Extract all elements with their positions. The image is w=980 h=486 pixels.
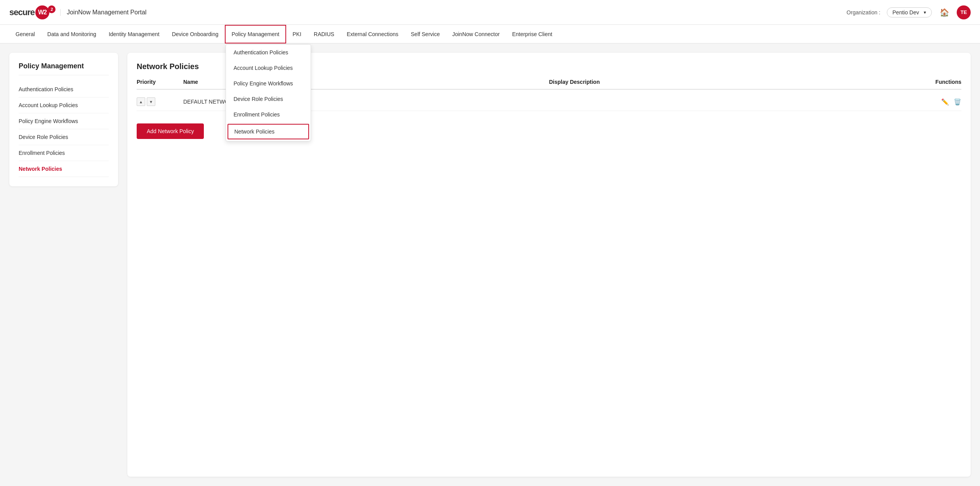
logo-number-badge: 2 bbox=[48, 5, 56, 13]
nav-item-pki[interactable]: PKI bbox=[286, 25, 308, 43]
dropdown-item-authentication-policies[interactable]: Authentication Policies bbox=[226, 45, 311, 60]
sidebar-item-account-lookup-policies[interactable]: Account Lookup Policies bbox=[19, 97, 109, 113]
sidebar: Policy Management Authentication Policie… bbox=[9, 53, 118, 186]
dropdown-item-network-policies[interactable]: Network Policies bbox=[228, 124, 309, 139]
delete-icon[interactable]: 🗑️ bbox=[954, 98, 961, 106]
logo: secure W2 2 bbox=[9, 5, 56, 19]
user-avatar[interactable]: TE bbox=[957, 5, 971, 19]
priority-up-button[interactable]: ▲ bbox=[137, 97, 145, 106]
sidebar-item-enrollment-policies[interactable]: Enrollment Policies bbox=[19, 145, 109, 161]
chevron-down-icon: ▾ bbox=[924, 10, 926, 15]
content-area: Policy Management Authentication Policie… bbox=[0, 43, 980, 486]
logo-secure-text: secure bbox=[9, 7, 35, 17]
sidebar-item-network-policies[interactable]: Network Policies bbox=[19, 161, 109, 177]
header: secure W2 2 JoinNow Management Portal Or… bbox=[0, 0, 980, 25]
nav-item-self-service[interactable]: Self Service bbox=[405, 25, 446, 43]
home-icon[interactable]: 🏠 bbox=[938, 6, 950, 19]
dropdown-item-enrollment-policies[interactable]: Enrollment Policies bbox=[226, 107, 311, 122]
col-priority: Priority bbox=[137, 79, 183, 85]
logo-w2-badge: W2 bbox=[35, 5, 49, 19]
dropdown-item-account-lookup-policies[interactable]: Account Lookup Policies bbox=[226, 60, 311, 76]
functions-cell: ✏️ 🗑️ bbox=[915, 98, 961, 106]
nav-item-general[interactable]: General bbox=[9, 25, 41, 43]
dropdown-item-policy-engine-workflows[interactable]: Policy Engine Workflows bbox=[226, 76, 311, 91]
org-selector[interactable]: Pentio Dev ▾ bbox=[887, 7, 932, 17]
policy-management-dropdown: Authentication Policies Account Lookup P… bbox=[226, 44, 311, 141]
org-name: Pentio Dev bbox=[893, 9, 919, 16]
col-display-description: Display Description bbox=[549, 79, 915, 85]
nav-bar: General Data and Monitoring Identity Man… bbox=[0, 25, 980, 43]
nav-item-enterprise-client[interactable]: Enterprise Client bbox=[506, 25, 559, 43]
nav-item-policy-management[interactable]: Policy Management Authentication Policie… bbox=[225, 25, 287, 43]
logo-area: secure W2 2 JoinNow Management Portal bbox=[9, 5, 146, 19]
sidebar-title: Policy Management bbox=[19, 62, 109, 75]
nav-item-external-connections[interactable]: External Connections bbox=[341, 25, 405, 43]
portal-title: JoinNow Management Portal bbox=[60, 9, 146, 16]
sidebar-item-device-role-policies[interactable]: Device Role Policies bbox=[19, 129, 109, 145]
nav-item-identity-management[interactable]: Identity Management bbox=[103, 25, 166, 43]
nav-item-joinnow-connector[interactable]: JoinNow Connector bbox=[446, 25, 506, 43]
priority-down-button[interactable]: ▼ bbox=[147, 97, 155, 106]
priority-controls: ▲ ▼ bbox=[137, 97, 183, 106]
org-label: Organization : bbox=[846, 9, 880, 16]
header-right: Organization : Pentio Dev ▾ 🏠 TE bbox=[846, 5, 971, 19]
nav-item-device-onboarding[interactable]: Device Onboarding bbox=[166, 25, 225, 43]
nav-item-radius[interactable]: RADIUS bbox=[308, 25, 341, 43]
col-functions: Functions bbox=[915, 79, 961, 85]
sidebar-item-policy-engine-workflows[interactable]: Policy Engine Workflows bbox=[19, 113, 109, 129]
edit-icon[interactable]: ✏️ bbox=[941, 98, 949, 106]
add-network-policy-button[interactable]: Add Network Policy bbox=[137, 123, 204, 139]
nav-item-data-monitoring[interactable]: Data and Monitoring bbox=[41, 25, 103, 43]
sidebar-item-authentication-policies[interactable]: Authentication Policies bbox=[19, 82, 109, 97]
dropdown-item-device-role-policies[interactable]: Device Role Policies bbox=[226, 91, 311, 107]
